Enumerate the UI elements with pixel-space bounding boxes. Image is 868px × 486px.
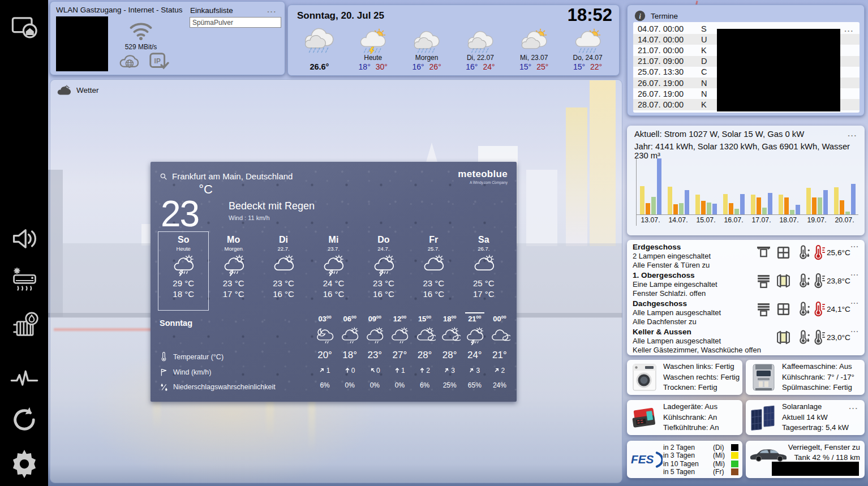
- day-column[interactable]: Fr 25.7. 23 °C 16 °C: [409, 232, 458, 310]
- sidebar-item-climate[interactable]: [10, 266, 39, 295]
- car-status-card[interactable]: Verriegelt, Fenster zu Tank 42 % / 118 k…: [746, 441, 865, 478]
- menu-dots[interactable]: ...: [848, 131, 857, 137]
- sidebar-item-status[interactable]: [10, 362, 39, 392]
- waste-day: (Mi): [713, 451, 729, 459]
- menu-dots[interactable]: ...: [849, 404, 858, 410]
- thermometer-icon[interactable]: [811, 273, 826, 289]
- day-column[interactable]: Di 22.7. 23 °C 16 °C: [259, 232, 308, 310]
- kitchen-card[interactable]: Kaffeemaschine: Aus Kühlschrank: 7° / -1…: [746, 360, 865, 395]
- chart-group: 20.07.: [831, 158, 858, 226]
- chart-bar-blue: [768, 193, 772, 214]
- day-max-temp: 25 °C: [459, 278, 509, 289]
- window-icon[interactable]: [776, 245, 791, 260]
- search-icon[interactable]: [160, 173, 167, 180]
- day-column[interactable]: Mi 23.7. 24 °C 16 °C: [308, 232, 358, 310]
- thermometer-icon[interactable]: [811, 330, 826, 345]
- weather-icon: [571, 28, 605, 54]
- day-column[interactable]: So Heute 29 °C 18 °C: [158, 232, 208, 310]
- weather-icon: [487, 327, 512, 350]
- menu-dots[interactable]: ...: [850, 327, 859, 333]
- window-icon[interactable]: [776, 302, 791, 317]
- menu-dots[interactable]: ...: [850, 242, 859, 248]
- tab-wetter-label: Wetter: [76, 86, 99, 94]
- hour-precipitation: 0%: [387, 381, 412, 395]
- forecast-day-label: Do, 24.07: [573, 54, 603, 62]
- outdoor-thermometer-icon[interactable]: [796, 273, 811, 289]
- waste-row: in 3 Tagen (Mi): [663, 451, 738, 459]
- waste-color-swatch: [731, 444, 738, 451]
- chart-bar-blue: [712, 204, 717, 214]
- chart-bar-orange: [812, 197, 817, 214]
- tab-wetter[interactable]: Wetter: [56, 84, 99, 96]
- window-icon[interactable]: [776, 273, 791, 289]
- outdoor-thermometer-icon[interactable]: [796, 245, 811, 260]
- outdoor-thermometer-icon[interactable]: [796, 330, 811, 345]
- day-name: So: [158, 235, 208, 245]
- chart-bar-yellow: [723, 194, 728, 214]
- weather-icon: [470, 255, 497, 276]
- appointment-datetime: 21.07. 00:00: [638, 46, 701, 55]
- outdoor-thermometer-icon[interactable]: [796, 302, 811, 317]
- waste-row: in 2 Tagen (Di): [663, 444, 738, 451]
- chart-bar-blue: [823, 190, 828, 214]
- forecast-day-label: Mi, 23.07: [520, 54, 548, 62]
- hour-wind: 1: [387, 367, 412, 381]
- menu-dots[interactable]: ...: [267, 7, 277, 13]
- shutter-icon[interactable]: [756, 273, 771, 289]
- hour-time: 1500: [412, 312, 437, 327]
- status-line: Waschen links: Fertig: [663, 362, 740, 372]
- redaction-overlay: [772, 462, 859, 476]
- chart-group: 19.07.: [803, 158, 831, 226]
- hour-temp: 27°: [387, 350, 412, 367]
- shopping-list-item-input[interactable]: [190, 17, 281, 28]
- sidebar-icon: [10, 246, 39, 255]
- day-column[interactable]: Sa 26.7. 25 °C 17 °C: [459, 232, 509, 310]
- thermometer-icon[interactable]: [811, 302, 826, 317]
- waste-day: (Di): [713, 444, 729, 451]
- floor-temperature: 25,6°C: [827, 248, 850, 257]
- fes-logo: FES: [630, 449, 663, 470]
- menu-dots[interactable]: ...: [850, 270, 859, 276]
- wind-direction-icon: [469, 365, 476, 373]
- hour-time: 2100: [462, 312, 487, 327]
- sidebar-item-home-screen[interactable]: [10, 12, 39, 42]
- sidebar-item-settings[interactable]: [10, 449, 39, 479]
- weather-icon: [337, 327, 362, 350]
- floor-temperature: 24,1°C: [827, 305, 850, 313]
- day-column[interactable]: Do 24.7. 23 °C 16 °C: [359, 232, 409, 310]
- day-min-temp: 17 °C: [208, 289, 258, 299]
- sidebar-icon: [10, 34, 39, 44]
- chart-x-label: 14.07.: [664, 215, 692, 226]
- chart-group: 18.07.: [775, 158, 803, 226]
- sidebar-item-reload[interactable]: [10, 405, 39, 435]
- forecast-day: Heute 18°30°: [346, 22, 400, 74]
- menu-dots[interactable]: ...: [850, 299, 859, 304]
- day-column[interactable]: Mo Morgen 23 °C 17 °C: [208, 232, 258, 310]
- car-lock-status: Verriegelt, Fenster zu: [788, 442, 860, 453]
- hour-temp: 28°: [412, 350, 437, 367]
- charger-card[interactable]: Ladegeräte: Aus Kühlschrank: An Tiefkühl…: [627, 400, 742, 435]
- window-icon[interactable]: [776, 330, 791, 345]
- hour-column: 0900 23° 0 0%: [362, 312, 387, 395]
- washing-card[interactable]: Waschen links: Fertig Waschen rechts: Fe…: [627, 360, 742, 395]
- menu-dots[interactable]: ...: [844, 27, 854, 32]
- waste-label: in 2 Tagen: [663, 444, 713, 451]
- chart-bar-yellow: [695, 195, 700, 214]
- shutter-icon[interactable]: [756, 302, 771, 317]
- shutter-icon[interactable]: [756, 330, 771, 345]
- sidebar-item-audio[interactable]: [10, 224, 39, 253]
- waste-collection-card[interactable]: FES in 2 Tagen (Di) in 3 Tagen (Mi) in 1…: [627, 441, 742, 478]
- solar-card[interactable]: Solaranlage Aktuell 14 kW Tagesertrag: 5…: [746, 400, 865, 435]
- sidebar-item-heating[interactable]: [10, 311, 39, 340]
- day-max-temp: 23 °C: [208, 278, 258, 289]
- logo-subtext: A Windy.com Company: [458, 178, 508, 187]
- hour-precipitation: 25%: [437, 381, 462, 395]
- location-label[interactable]: Frankfurt am Main, Deutschland: [172, 171, 293, 181]
- chart-bar-orange: [729, 203, 733, 214]
- thermometer-icon[interactable]: [811, 245, 826, 260]
- hour-wind: 3: [462, 367, 487, 381]
- sidebar-icon: [10, 384, 39, 393]
- forecast-day: Morgen 16°26°: [400, 22, 454, 74]
- chart-x-label: 13.07.: [637, 215, 664, 226]
- shutter-icon[interactable]: [756, 245, 771, 260]
